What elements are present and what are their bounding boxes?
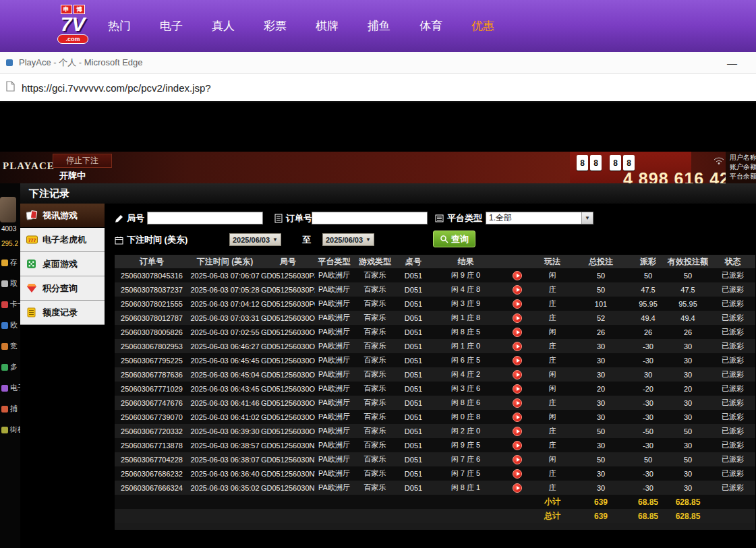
nav-item-hot[interactable]: 热门: [108, 18, 131, 34]
table-cell: D051: [397, 268, 430, 282]
table-cell: D051: [397, 297, 430, 311]
strip-menu-item[interactable]: 电子: [1, 383, 20, 393]
table-cell: 闲: [533, 367, 571, 382]
replay-button[interactable]: [513, 328, 522, 337]
table-cell: 百家乐: [353, 481, 397, 495]
menu-icon: [1, 427, 8, 433]
replay-cell: [501, 339, 533, 353]
table-cell: 20: [666, 382, 710, 396]
table-cell: 百家乐: [353, 452, 397, 466]
sidebar-item-1[interactable]: 777电子老虎机: [20, 228, 105, 252]
strip-menu-item[interactable]: 卡卡: [1, 299, 20, 309]
chevron-down-icon: ▼: [366, 237, 371, 243]
date-to-picker[interactable]: 2025/06/03 ▼: [322, 233, 374, 246]
strip-menu-item[interactable]: 捕: [1, 404, 18, 414]
replay-button[interactable]: [513, 356, 522, 365]
list-icon: [435, 214, 444, 222]
sidebar-item-2[interactable]: 桌面游戏: [20, 252, 105, 276]
strip-menu-item[interactable]: 街机: [1, 425, 20, 435]
nav-item-live[interactable]: 真人: [212, 18, 235, 34]
replay-button[interactable]: [513, 299, 522, 309]
table-cell: 30: [571, 438, 631, 452]
table-cell: 250603078021555: [115, 297, 189, 311]
strip-menu-item[interactable]: 竞: [1, 341, 18, 351]
table-cell: D051: [397, 438, 430, 452]
summary-label: 小计: [533, 495, 571, 509]
summary-spacer: [115, 509, 533, 523]
table-cell: D051: [397, 481, 430, 495]
status-cell: 已派彩: [710, 339, 755, 353]
date-from-picker[interactable]: 2025/06/03 ▼: [229, 233, 281, 246]
column-header: 订单号: [115, 255, 189, 268]
table-cell: 百家乐: [353, 382, 397, 396]
table-cell: 闲 3 庄 6: [430, 382, 501, 396]
table-cell: PA欧洲厅: [315, 481, 353, 495]
replay-button[interactable]: [513, 285, 522, 295]
table-cell: 闲: [533, 452, 571, 466]
replay-button[interactable]: [513, 398, 522, 408]
site-logo[interactable]: 申 博 7V .com: [50, 5, 96, 44]
table-cell: GD051256030P0: [261, 297, 315, 311]
play-icon: [517, 486, 520, 490]
chevron-down-icon[interactable]: ▼: [581, 212, 593, 224]
replay-button[interactable]: [513, 271, 522, 280]
minimize-button[interactable]: —: [727, 57, 737, 69]
replay-button[interactable]: [513, 469, 522, 479]
table-cell: 百家乐: [353, 367, 397, 382]
replay-button[interactable]: [513, 483, 522, 493]
sidebar-item-3[interactable]: 积分查询: [20, 276, 105, 301]
table-cell: 52: [571, 311, 631, 325]
strip-menu-item[interactable]: 存: [1, 257, 18, 268]
replay-button[interactable]: [513, 441, 522, 450]
table-cell: 闲: [533, 410, 571, 424]
table-cell: 闲 2 庄 0: [430, 424, 501, 438]
strip-menu-item[interactable]: 欧: [1, 320, 18, 330]
replay-button[interactable]: [513, 427, 522, 436]
table-cell: 50: [571, 452, 631, 466]
payout-cell: -30: [631, 466, 666, 481]
payout-cell: 30: [631, 367, 666, 382]
sidebar-item-4[interactable]: 额度记录: [20, 301, 105, 325]
svg-text:777: 777: [28, 238, 36, 243]
replay-button[interactable]: [513, 370, 522, 379]
strip-menu-item[interactable]: 取: [1, 278, 18, 288]
table-cell: 2025-06-03 06:41:02: [189, 410, 261, 424]
address-bar: https://gci.7vvvvvv.com/pc/pcv2/index.js…: [0, 74, 756, 102]
payout-cell: 26: [631, 325, 666, 339]
logo-main: 7V: [50, 14, 96, 34]
replay-cell: [501, 424, 533, 438]
strip-menu-item[interactable]: 多: [1, 362, 18, 372]
play-icon: [517, 330, 520, 334]
table-cell: 250603067666324: [115, 481, 189, 495]
status-cell: 已派彩: [710, 353, 755, 367]
nav-item-cards[interactable]: 棋牌: [316, 18, 339, 34]
url-text[interactable]: https://gci.7vvvvvv.com/pc/pcv2/index.js…: [22, 82, 211, 94]
replay-button[interactable]: [513, 413, 522, 422]
platform-select[interactable]: 1.全部 ▼: [486, 212, 593, 224]
replay-button[interactable]: [513, 342, 522, 351]
nav-item-sports[interactable]: 体育: [419, 18, 442, 34]
nav-item-slots[interactable]: 电子: [160, 18, 183, 34]
replay-button[interactable]: [513, 455, 522, 464]
table-cell: 闲 7 庄 5: [430, 466, 501, 481]
table-cell: 闲 4 庄 8: [430, 282, 501, 297]
table-cell: 闲 6 庄 5: [430, 353, 501, 367]
card: 8: [590, 155, 602, 171]
replay-button[interactable]: [513, 313, 522, 323]
account-panel: 用户名称: 账户余额: 平台余额:: [726, 152, 756, 183]
nav-item-lottery[interactable]: 彩票: [264, 18, 287, 34]
round-input[interactable]: [147, 212, 263, 224]
payout-cell: -30: [631, 438, 666, 452]
nav-item-fishing[interactable]: 捕鱼: [368, 18, 390, 34]
replay-button[interactable]: [513, 384, 522, 394]
nav-item-promo[interactable]: 优惠: [471, 18, 494, 34]
menu-icon: [1, 301, 8, 308]
payout-cell: -50: [631, 424, 666, 438]
order-input[interactable]: [312, 212, 428, 224]
account-label: 用户名称:: [730, 153, 756, 162]
query-button[interactable]: 查询: [433, 231, 475, 247]
status-cell: 已派彩: [710, 325, 755, 339]
replay-cell: [501, 311, 533, 325]
status-cell: 已派彩: [710, 466, 755, 481]
sidebar-item-0[interactable]: 视讯游戏: [20, 204, 105, 228]
